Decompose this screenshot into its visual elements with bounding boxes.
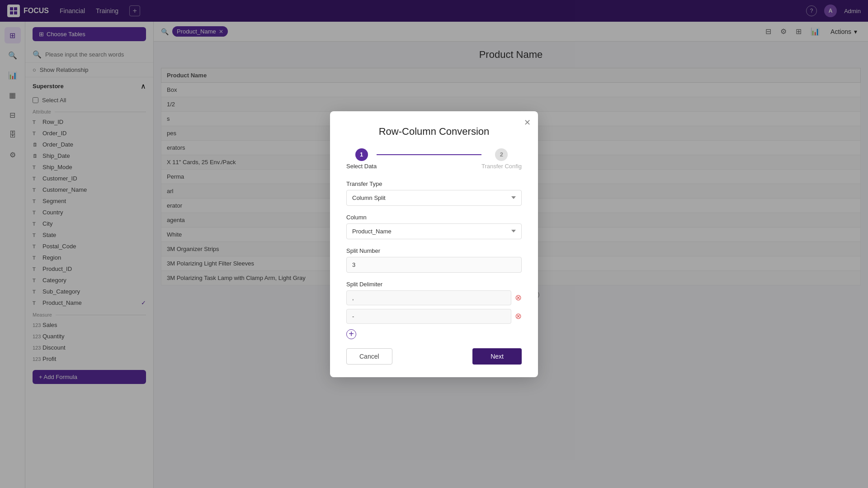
remove-delimiter-1-button[interactable]: ⊗ — [515, 293, 522, 303]
step2-label: Transfer Config — [481, 163, 522, 170]
delimiter-input-2[interactable] — [346, 309, 511, 324]
split-delimiter-group: Split Delimiter ⊗ ⊗ + — [346, 281, 522, 339]
split-number-group: Split Number — [346, 247, 522, 273]
step-connector — [377, 154, 481, 155]
modal-close-button[interactable]: ✕ — [524, 118, 531, 128]
split-number-input[interactable] — [346, 257, 522, 273]
transfer-type-select[interactable]: Column Split Row Merge Pivot Unpivot — [346, 190, 522, 206]
step2-circle: 2 — [495, 148, 508, 161]
transfer-type-group: Transfer Type Column Split Row Merge Piv… — [346, 180, 522, 206]
row-column-conversion-modal: ✕ Row-Column Conversion 1 Select Data 2 … — [330, 111, 538, 377]
cancel-button[interactable]: Cancel — [346, 348, 392, 365]
step2-col: 2 Transfer Config — [481, 148, 522, 170]
step1-circle: 1 — [355, 148, 368, 161]
delimiter-row-1: ⊗ — [346, 290, 522, 305]
modal-overlay: ✕ Row-Column Conversion 1 Select Data 2 … — [0, 0, 868, 488]
column-label: Column — [346, 214, 522, 221]
stepper: 1 Select Data 2 Transfer Config — [346, 148, 522, 170]
add-delimiter-button[interactable]: + — [346, 329, 356, 339]
transfer-type-label: Transfer Type — [346, 180, 522, 187]
step1-col: 1 Select Data — [346, 148, 377, 170]
delimiter-input-1[interactable] — [346, 290, 511, 305]
delimiter-row-2: ⊗ — [346, 309, 522, 324]
modal-title: Row-Column Conversion — [346, 126, 522, 137]
remove-delimiter-2-button[interactable]: ⊗ — [515, 311, 522, 321]
column-select[interactable]: Product_Name Row_ID Order_ID Category — [346, 223, 522, 239]
split-delimiter-label: Split Delimiter — [346, 281, 522, 288]
split-number-label: Split Number — [346, 247, 522, 254]
step1-label: Select Data — [346, 163, 377, 170]
modal-footer: Cancel Next — [346, 348, 522, 365]
next-button[interactable]: Next — [472, 348, 522, 365]
column-group: Column Product_Name Row_ID Order_ID Cate… — [346, 214, 522, 239]
